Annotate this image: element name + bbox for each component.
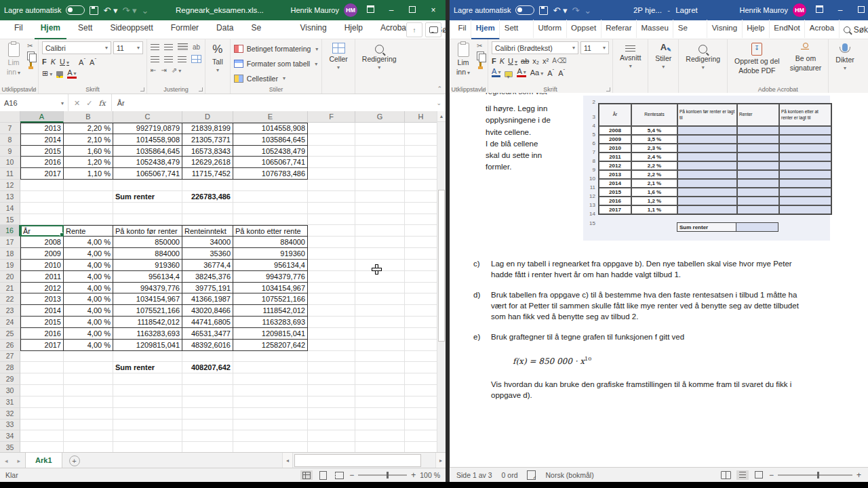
align-top-icon[interactable] [151,44,159,50]
change-case-button[interactable]: Aa [530,68,543,77]
cell-F9[interactable] [308,146,355,157]
zoom-in-icon[interactable]: + [856,470,861,480]
column-header-D[interactable]: D [182,111,233,123]
dialog-launcher-icon[interactable] [481,87,486,92]
row-header-25[interactable]: 25 [0,328,20,340]
cell-D12[interactable] [182,180,233,191]
font-color-button[interactable]: A [517,68,526,77]
cell-C28[interactable]: Sum renter [113,362,182,373]
column-header-E[interactable]: E [233,111,308,123]
cell-F35[interactable] [308,442,355,453]
tab-hjelp[interactable]: Hjelp [338,20,369,38]
cell-A19[interactable]: 2010 [20,260,64,271]
cell-A23[interactable]: 2014 [20,305,64,317]
font-name-select[interactable]: Calibri▾ [42,41,111,54]
cell-E30[interactable] [233,385,308,396]
dictate-button[interactable]: Dikter ▾ [832,41,857,73]
cell-C19[interactable]: 919360 [113,260,182,271]
underline-button[interactable]: U [508,57,517,65]
cell-B24[interactable]: 4,00 % [64,317,113,328]
cell-F14[interactable] [308,203,355,214]
cell-A33[interactable] [20,420,64,431]
cell-E14[interactable] [233,203,308,214]
cell-G12[interactable] [355,180,405,191]
insert-function-icon[interactable]: fx [98,99,105,108]
cell-D9[interactable]: 16573,8343 [182,146,233,157]
cell-C10[interactable]: 1052438,479 [113,157,182,168]
cell-E17[interactable]: 884000 [233,237,308,248]
new-sheet-icon[interactable]: + [69,455,80,466]
enter-icon[interactable]: ✓ [86,99,92,108]
cell-A11[interactable]: 2017 [20,168,64,180]
paste-button[interactable]: Lim inn [3,41,24,77]
conditional-formatting-button[interactable]: Betinget formatering [234,43,319,56]
dialog-launcher-icon[interactable] [606,87,610,92]
cell-E22[interactable]: 1075521,166 [233,293,308,305]
cell-C21[interactable]: 994379,776 [113,283,182,294]
cell-F32[interactable] [308,408,355,420]
highlight-color-icon[interactable] [505,71,513,77]
cell-B20[interactable]: 4,00 % [64,271,113,283]
cell-H19[interactable] [405,260,437,271]
cell-E13[interactable] [233,191,308,203]
page-break-icon[interactable] [333,470,345,480]
cell-H31[interactable] [405,396,437,408]
cell-C26[interactable]: 1209815,041 [113,340,182,351]
cell-G9[interactable] [355,146,405,157]
superscript-button[interactable]: x² [542,57,549,65]
cell-D21[interactable]: 39775,191 [182,283,233,294]
column-header-H[interactable]: H [405,111,437,123]
cell-B31[interactable] [64,396,113,408]
bold-button[interactable]: F [42,58,47,66]
cell-D8[interactable]: 21305,7371 [182,134,233,146]
cell-D28[interactable]: 408207,642 [182,362,233,373]
cell-A28[interactable] [20,362,64,373]
zoom-out-icon[interactable]: − [349,470,354,480]
cell-H27[interactable] [405,351,437,363]
row-header-15[interactable]: 15 [0,214,20,226]
cell-D34[interactable] [182,430,233,442]
cell-D18[interactable]: 35360 [182,248,233,260]
cell-F33[interactable] [308,420,355,431]
autosave-toggle[interactable] [66,5,85,15]
cell-H16[interactable] [405,225,437,237]
tab-utform[interactable]: Utform [534,20,567,38]
row-header-16[interactable]: 16 [0,225,20,237]
cell-G35[interactable] [355,442,405,453]
cell-D24[interactable]: 44741,6805 [182,317,233,328]
row-header-29[interactable]: 29 [0,373,20,385]
cell-G23[interactable] [355,305,405,317]
avatar[interactable]: HM [344,3,357,17]
cell-A35[interactable] [20,442,64,453]
cell-E27[interactable] [233,351,308,363]
cell-C32[interactable] [113,408,182,420]
row-header-9[interactable]: 9 [0,146,20,157]
tab-se-gjen[interactable]: Se gjen [673,20,707,38]
cell-B27[interactable] [64,351,113,363]
cell-H23[interactable] [405,305,437,317]
cell-E19[interactable]: 956134,4 [233,260,308,271]
web-layout-icon[interactable] [753,470,765,480]
cell-D14[interactable] [182,203,233,214]
cell-B19[interactable]: 4,00 % [64,260,113,271]
styles-button[interactable]: A Stiler ▾ [652,41,675,71]
undo-icon[interactable]: ↶ ▾ [553,6,567,15]
row-header-24[interactable]: 24 [0,317,20,328]
dialog-launcher-icon[interactable] [199,87,203,92]
underline-button[interactable]: U [60,58,69,66]
cell-G24[interactable] [355,317,405,328]
cell-F16[interactable] [308,225,355,237]
cell-F34[interactable] [308,430,355,442]
increase-indent-icon[interactable]: ⇥ [161,67,166,74]
name-box[interactable]: A16▾ [0,94,68,112]
cell-G34[interactable] [355,430,405,442]
formula-input[interactable]: År [112,99,437,107]
cut-icon[interactable]: ✂ [27,43,35,49]
merge-center-icon[interactable] [191,55,201,63]
cell-B33[interactable] [64,420,113,431]
autosave-toggle[interactable] [515,5,534,15]
cell-B26[interactable]: 4,00 % [64,340,113,351]
cell-E7[interactable]: 1014558,908 [233,123,308,134]
cell-C27[interactable] [113,351,182,363]
undo-icon[interactable]: ↶ ▾ [103,6,117,15]
